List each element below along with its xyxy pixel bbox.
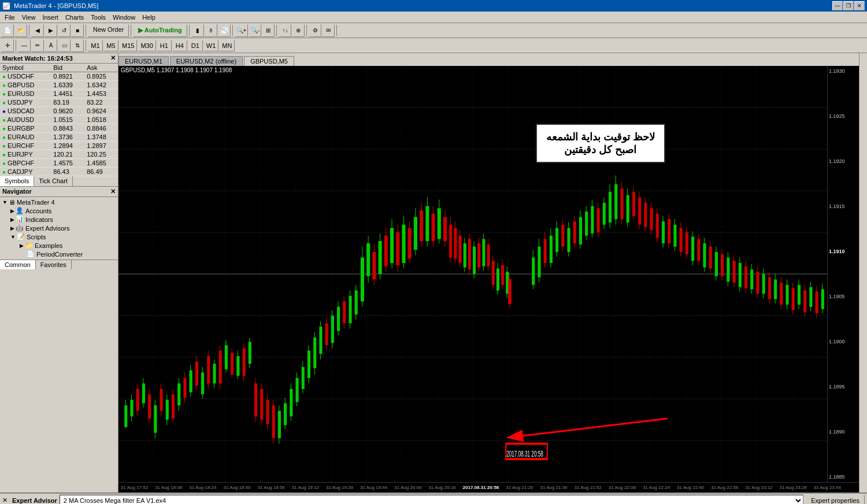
nav-examples[interactable]: ▶ 📁 Examples [1,241,117,250]
objects-btn[interactable]: ⊕ [292,24,305,37]
nav-metatrader4[interactable]: ▼ 🖥 MetaTrader 4 [1,198,117,206]
menu-file[interactable]: File [1,13,18,22]
nav-accounts[interactable]: ▶ 👤 Accounts [1,206,117,215]
line-chart-btn[interactable]: 📉 [218,24,231,37]
menu-charts[interactable]: Charts [62,13,87,22]
mw-bid: 1.6339 [51,81,84,90]
mw-symbol: ● EURAUD [0,133,51,142]
chart-tab-gbpusd-m5[interactable]: GBPUSD,M5 [244,56,294,66]
mw-row[interactable]: ● EURJPY 120.21 120.25 [0,150,118,159]
mw-row[interactable]: ● CADJPY 86.43 86.49 [0,168,118,176]
mw-row[interactable]: ● AUDUSD 1.0515 1.0518 [0,116,118,124]
sep-4 [189,25,190,36]
stop-btn[interactable]: ■ [71,24,84,37]
chart-container[interactable]: GBPUSD,M5 1.1907 1.1908 1.1907 1.1908 [118,66,859,492]
price-8: 1.1895 [829,384,858,390]
mw-row[interactable]: ● USDCHF 0.8921 0.8925 [0,72,118,81]
rect-btn[interactable]: ▭ [58,39,71,52]
nav-tab-common[interactable]: Common [0,260,36,269]
col-symbol: Symbol [0,64,51,72]
bar-chart-btn[interactable]: ▮ [191,24,204,37]
mw-bid: 1.3736 [51,133,84,142]
time-18: 31 Aug 23:12 [745,485,772,490]
email-btn[interactable]: ✉ [322,24,335,37]
price-9: 1.1890 [829,429,858,435]
mw-ask: 83.22 [84,98,118,107]
chart-main[interactable]: 2017.08.31 20:58 لاحظ توقيت بداية الشمعه… [118,66,827,482]
nav-label-ea: Expert Advisors [25,225,69,232]
mw-row[interactable]: ● GBPCHF 1.4575 1.4585 [0,159,118,168]
time-17: 31 Aug 22:56 [711,485,738,490]
svg-rect-25 [166,400,169,420]
menu-tools[interactable]: Tools [87,13,109,22]
ea-dropdown[interactable]: 2 MA Crosses Mega filter EA V1.ex4 [60,495,803,505]
time-16: 31 Aug 22:40 [677,485,704,490]
mw-row[interactable]: ● EURAUD 1.3736 1.3748 [0,133,118,142]
indicators-btn[interactable]: ↑↓ [279,24,291,37]
menu-help[interactable]: Help [139,13,159,22]
price-axis: 1.1930 1.1925 1.1920 1.1915 1.1910 1.190… [827,66,859,482]
period-m30[interactable]: M30 [138,40,155,51]
fibo-btn[interactable]: ⇅ [71,39,84,52]
mw-row[interactable]: ● USDJPY 83.19 83.22 [0,98,118,107]
tab-symbols[interactable]: Symbols [0,176,34,186]
svg-text:2017.08.31 20:58: 2017.08.31 20:58 [506,449,543,459]
expert-properties-btn[interactable]: Expert properties [806,495,865,505]
chart-tab-eurusd-m1[interactable]: EURUSD,M1 [118,56,169,66]
period-h1[interactable]: H1 [157,40,172,51]
chart-tab-eurusd-m2[interactable]: EURUSD,M2 (offline) [170,56,243,66]
period-h4[interactable]: H4 [172,40,187,51]
text-btn[interactable]: A [45,39,57,52]
period-m15[interactable]: M15 [119,40,137,51]
sep-5 [232,25,233,36]
menu-insert[interactable]: Insert [39,13,62,22]
candle-chart-btn[interactable]: 🕯 [205,24,217,37]
mw-row[interactable]: ● GBPUSD 1.6339 1.6342 [0,81,118,90]
new-chart-btn[interactable]: 📄 [1,24,14,37]
autotrading-btn[interactable]: ▶ AutoTrading [133,24,187,37]
menu-window[interactable]: Window [109,13,139,22]
nav-period-converter[interactable]: 📄 PeriodConverter [1,250,117,258]
new-order-btn[interactable]: New Order [88,24,129,37]
nav-expert-advisors[interactable]: ▶ 🤖 Expert Advisors [1,224,117,232]
minimize-btn[interactable]: — [832,1,843,10]
nav-label-accounts: Accounts [25,207,51,214]
navigator-close[interactable]: ✕ [110,188,116,195]
chart-tab-bar: EURUSD,M1 EURUSD,M2 (offline) GBPUSD,M5 [118,53,859,66]
draw-btn[interactable]: ✏ [31,39,44,52]
mw-row[interactable]: ● EURUSD 1.4451 1.4453 [0,90,118,98]
col-ask: Ask [84,64,118,72]
menu-view[interactable]: View [18,13,39,22]
back-btn[interactable]: ◀ [31,24,44,37]
period-m5[interactable]: M5 [103,40,118,51]
period-w1[interactable]: W1 [203,40,219,51]
restore-btn[interactable]: ❐ [843,1,854,10]
sep-6 [276,25,277,36]
period-d1[interactable]: D1 [188,40,203,51]
period-m1[interactable]: M1 [88,40,103,51]
nav-indicators[interactable]: ▶ 📊 Indicators [1,215,117,224]
close-btn[interactable]: ✕ [854,1,865,10]
settings-btn[interactable]: ⚙ [309,24,321,37]
mw-symbol: ● USDJPY [0,98,51,107]
st-close-btn[interactable]: ✕ [2,496,8,504]
price-2: 1.1925 [829,113,858,119]
crosshair-btn[interactable]: ✛ [1,39,14,52]
grid-btn[interactable]: ⊞ [262,24,275,37]
mw-row[interactable]: ● EURCHF 1.2894 1.2897 [0,142,118,150]
period-mn[interactable]: MN [219,40,235,51]
svg-rect-27 [172,394,175,418]
line-tool-btn[interactable]: — [18,39,31,52]
nav-scripts[interactable]: ▼ 📝 Scripts [1,232,117,241]
market-watch-close[interactable]: ✕ [110,54,116,62]
nav-tab-favorites[interactable]: Favorites [36,260,72,269]
forward-btn[interactable]: ▶ [45,24,57,37]
refresh-btn[interactable]: ↺ [58,24,71,37]
tab-tick-chart[interactable]: Tick Chart [34,176,73,186]
open-btn[interactable]: 📂 [14,24,27,37]
mw-row[interactable]: ● EURGBP 0.8843 0.8846 [0,124,118,133]
navigator: Navigator ✕ ▼ 🖥 MetaTrader 4 ▶ 👤 Account… [0,187,118,492]
mw-row[interactable]: ● USDCAD 0.9620 0.9624 [0,107,118,116]
zoom-out-btn[interactable]: 🔍- [249,24,261,37]
zoom-in-btn[interactable]: 🔍+ [235,24,249,37]
